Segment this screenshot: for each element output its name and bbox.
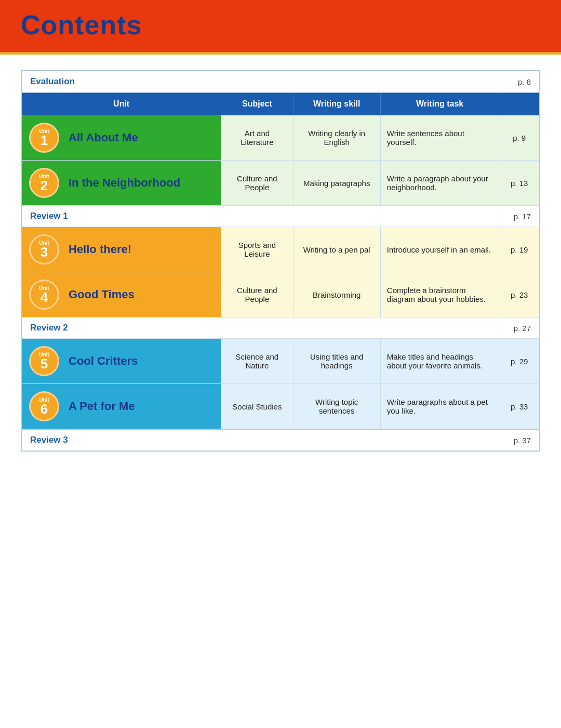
unit-4-page: p. 23 (499, 272, 540, 317)
unit-name-1: All About Me (69, 131, 138, 144)
col-header-subject: Subject (221, 92, 293, 115)
unit-badge-2: Unit 2 (29, 168, 59, 198)
table-header-row: Unit Subject Writing skill Writing task (21, 92, 540, 115)
unit-badge-4: Unit 4 (29, 280, 59, 310)
unit-3-skill: Writing to a pen pal (293, 227, 380, 272)
review-label: Review 2 (30, 323, 68, 333)
col-header-writing-task: Writing task (380, 92, 499, 115)
unit-2-page: p. 13 (499, 161, 540, 206)
unit-name-4: Good Times (69, 288, 135, 301)
unit-row-3: Unit 3 Hello there! Sports and Leisure W… (21, 227, 540, 272)
unit-row-6: Unit 6 A Pet for Me Social Studies Writi… (21, 384, 540, 430)
unit-1-subject: Art and Literature (221, 115, 293, 161)
unit-6-skill: Writing topic sentences (293, 384, 380, 430)
unit-badge-1: Unit 1 (29, 123, 59, 153)
review3-label: Review 3 (30, 435, 68, 445)
unit-3-task: Introduce yourself in an email. (380, 227, 499, 272)
evaluation-page: p. 8 (518, 77, 531, 86)
unit-name-3: Hello there! (69, 243, 131, 256)
evaluation-bar: Evaluation p. 8 (21, 70, 540, 92)
unit-4-task: Complete a brainstorm diagram about your… (380, 272, 499, 317)
unit-name-6: A Pet for Me (69, 400, 135, 413)
unit-4-subject: Culture and People (221, 272, 293, 317)
unit-1-skill: Writing clearly in English (293, 115, 380, 161)
unit-5-skill: Using titles and headings (293, 339, 380, 384)
unit-2-task: Write a paragraph about your neighborhoo… (380, 161, 499, 206)
review-row-1: Review 1 p. 17 (21, 206, 540, 227)
badge-num: 5 (41, 357, 48, 370)
unit-1-page: p. 9 (499, 115, 540, 161)
badge-num: 1 (41, 134, 48, 147)
evaluation-label: Evaluation (30, 76, 75, 87)
review-row-2: Review 2 p. 27 (21, 317, 540, 339)
unit-6-subject: Social Studies (221, 384, 293, 430)
unit-6-task: Write paragraphs about a pet you like. (380, 384, 499, 430)
unit-6-page: p. 33 (499, 384, 540, 430)
page-title: Contents (21, 10, 142, 40)
unit-row-4: Unit 4 Good Times Culture and People Bra… (21, 272, 540, 317)
badge-num: 4 (41, 290, 48, 304)
unit-1-task: Write sentences about yourself. (380, 115, 499, 161)
unit-row-5: Unit 5 Cool Critters Science and Nature … (21, 339, 540, 384)
unit-5-subject: Science and Nature (221, 339, 293, 384)
review-page: p. 27 (514, 324, 531, 333)
badge-num: 6 (41, 402, 48, 416)
unit-row-2: Unit 2 In the Neighborhood Culture and P… (21, 161, 540, 206)
unit-2-skill: Making paragraphs (293, 161, 380, 206)
badge-num: 3 (41, 245, 48, 259)
unit-badge-6: Unit 6 (29, 391, 59, 421)
unit-5-page: p. 29 (499, 339, 540, 384)
unit-3-subject: Sports and Leisure (221, 227, 293, 272)
unit-4-skill: Brainstorming (293, 272, 380, 317)
unit-row-1: Unit 1 All About Me Art and Literature W… (21, 115, 540, 161)
badge-num: 2 (41, 179, 48, 192)
col-header-unit: Unit (21, 92, 221, 115)
page-header: Contents (0, 0, 561, 55)
review3-page: p. 37 (514, 436, 531, 445)
unit-5-task: Make titles and headings about your favo… (380, 339, 499, 384)
unit-3-page: p. 19 (499, 227, 540, 272)
unit-name-2: In the Neighborhood (69, 176, 180, 190)
unit-2-subject: Culture and People (221, 161, 293, 206)
contents-table: Unit Subject Writing skill Writing task … (21, 92, 540, 430)
review3-bar: Review 3 p. 37 (21, 430, 540, 452)
col-header-page (499, 92, 540, 115)
unit-name-5: Cool Critters (69, 354, 138, 368)
review-page: p. 17 (514, 212, 531, 221)
unit-badge-5: Unit 5 (29, 346, 59, 376)
main-content: Evaluation p. 8 Unit Subject Writing ski… (0, 55, 561, 467)
review-label: Review 1 (30, 211, 68, 221)
col-header-writing-skill: Writing skill (293, 92, 380, 115)
unit-badge-3: Unit 3 (29, 234, 59, 264)
